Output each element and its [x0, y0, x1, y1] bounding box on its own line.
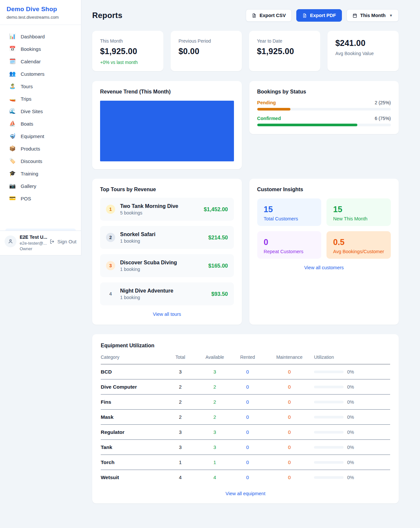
sidebar-item-training[interactable]: 🎓Training — [0, 167, 81, 180]
stat-label: Avg Booking Value — [335, 51, 391, 56]
sidebar-item-pos[interactable]: 💳POS — [0, 192, 81, 205]
sidebar-item-equipment[interactable]: 🤿Equipment — [0, 130, 81, 142]
rank-badge: 4 — [106, 289, 115, 298]
package-icon: 📦 — [9, 146, 16, 151]
credit-card-icon: 💳 — [9, 196, 16, 201]
sidebar-item-products[interactable]: 📦Products — [0, 142, 81, 155]
equipment-rented: 0 — [230, 414, 265, 420]
sidebar-item-label: Tours — [21, 84, 33, 89]
tour-name: Snorkel Safari — [120, 232, 156, 237]
equipment-available: 4 — [199, 475, 230, 480]
rank-badge: 1 — [106, 205, 115, 214]
sidebar-item-label: POS — [21, 196, 31, 201]
sidebar-item-label: Discounts — [21, 158, 42, 164]
export-pdf-button[interactable]: Export PDF — [296, 9, 342, 22]
sidebar-item-gallery[interactable]: 📷Gallery — [0, 180, 81, 192]
equipment-rented: 0 — [230, 399, 265, 405]
sidebar-item-trips[interactable]: 🚤Trips — [0, 92, 81, 105]
customers-icon: 👥 — [9, 71, 16, 76]
stat-card-this-month: This Month $1,925.00 +0% vs last month — [92, 31, 163, 71]
person-icon — [8, 238, 13, 244]
equipment-maintenance: 0 — [265, 429, 314, 435]
tour-row: 4 Night Dive Adventure1 booking $93.50 — [100, 282, 234, 305]
main-content: Reports Export CSV Export PDF This Month — [81, 0, 420, 523]
equipment-utilization-cell: 0% — [314, 415, 390, 420]
stat-label: Previous Period — [178, 38, 234, 44]
export-csv-button[interactable]: Export CSV — [246, 9, 292, 22]
equipment-rented: 0 — [230, 429, 265, 435]
col-utilization: Utilization — [314, 355, 390, 360]
calendar-icon — [352, 13, 357, 18]
chevron-down-icon: ▼ — [389, 13, 393, 17]
period-dropdown[interactable]: This Month ▼ — [346, 9, 399, 22]
sidebar-header: Demo Dive Shop demo.test.divestreams.com — [0, 0, 81, 25]
sidebar-item-boats[interactable]: ⛵Boats — [0, 117, 81, 130]
equipment-utilization-cell: 0% — [314, 475, 390, 480]
revenue-trend-bar — [100, 101, 234, 161]
utilization-percent: 0% — [347, 460, 354, 465]
equipment-row: Tank33000% — [101, 440, 390, 455]
user-info: E2E Test U... e2e-tester@... Owner — [20, 234, 46, 252]
col-total: Total — [161, 355, 199, 360]
progress-track — [257, 124, 391, 126]
utilization-percent: 0% — [347, 369, 354, 375]
avatar — [5, 235, 16, 247]
insight-value: 0 — [264, 237, 315, 247]
utilization-track — [314, 416, 344, 418]
equipment-category: Wetsuit — [101, 475, 161, 480]
tour-row: 2 Snorkel Safari1 booking $214.50 — [100, 226, 234, 249]
equipment-row: Torch11000% — [101, 455, 390, 470]
equipment-category: Torch — [101, 459, 161, 465]
export-csv-label: Export CSV — [260, 13, 286, 18]
tour-bookings: 1 booking — [120, 238, 156, 244]
user-name: E2E Test U... — [20, 234, 46, 240]
view-all-tours-link[interactable]: View all tours — [100, 312, 234, 317]
utilization-percent: 0% — [347, 415, 354, 420]
progress-track — [257, 108, 391, 111]
sidebar-item-label: Customers — [21, 71, 45, 77]
equipment-rented: 0 — [230, 459, 265, 465]
insight-tiles: 15 Total Customers 15 New This Month 0 R… — [257, 198, 391, 259]
equipment-row: Wetsuit44000% — [101, 470, 390, 485]
stat-value: $1,925.00 — [257, 47, 312, 56]
tour-revenue: $93.50 — [211, 291, 228, 297]
equipment-maintenance: 0 — [265, 399, 314, 405]
sidebar-item-dashboard[interactable]: 📊Dashboard — [0, 30, 81, 43]
period-label: This Month — [360, 13, 386, 18]
sidebar-item-customers[interactable]: 👥Customers — [0, 68, 81, 80]
progress-fill-confirmed — [257, 124, 358, 126]
sidebar-item-dive-sites[interactable]: 🌊Dive Sites — [0, 105, 81, 117]
view-all-equipment-link[interactable]: View all equipment — [101, 491, 390, 496]
sidebar-item-calendar[interactable]: 🗓️Calendar — [0, 55, 81, 68]
equipment-row: Dive Computer22000% — [101, 379, 390, 395]
equipment-available: 3 — [199, 369, 230, 375]
sign-out-icon — [50, 239, 55, 244]
equipment-category: Mask — [101, 414, 161, 420]
utilization-percent: 0% — [347, 399, 354, 405]
sidebar-item-label: Dashboard — [21, 34, 45, 39]
col-category: Category — [101, 355, 161, 360]
equipment-total: 1 — [161, 459, 199, 465]
stat-card-year-to-date: Year to Date $1,925.00 — [249, 31, 320, 71]
col-maintenance: Maintenance — [265, 355, 314, 360]
stat-cards: This Month $1,925.00 +0% vs last month P… — [92, 31, 399, 71]
view-all-customers-link[interactable]: View all customers — [257, 265, 391, 270]
insight-tile-avg-bookings: 0.5 Avg Bookings/Customer — [326, 231, 391, 259]
revenue-trend-title: Revenue Trend (This Month) — [100, 89, 234, 95]
equipment-total: 2 — [161, 399, 199, 405]
tour-revenue: $214.50 — [208, 234, 228, 241]
sign-out-button[interactable]: Sign Out — [50, 239, 76, 244]
tour-row: 1 Two Tank Morning Dive5 bookings $1,452… — [100, 198, 234, 221]
sidebar-item-label: Gallery — [21, 183, 36, 189]
sidebar-item-bookings[interactable]: 📅Bookings — [0, 43, 81, 55]
utilization-percent: 0% — [347, 475, 354, 480]
top-tours-title: Top Tours by Revenue — [100, 187, 234, 193]
utilization-percent: 0% — [347, 430, 354, 435]
sidebar-item-discounts[interactable]: 🏷️Discounts — [0, 155, 81, 167]
insight-value: 0.5 — [333, 237, 384, 247]
sidebar-item-tours[interactable]: 🏝️Tours — [0, 80, 81, 92]
equipment-row: Regulator33000% — [101, 425, 390, 440]
camera-icon: 📷 — [9, 183, 16, 189]
user-email: e2e-tester@... — [20, 240, 46, 246]
equipment-total: 3 — [161, 369, 199, 375]
